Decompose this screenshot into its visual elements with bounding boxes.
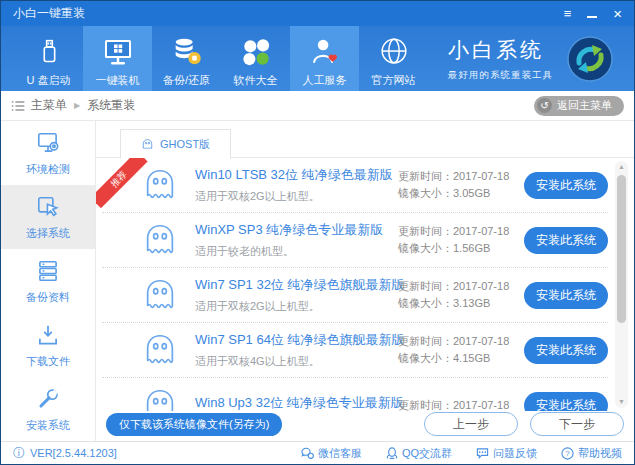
- next-step-button[interactable]: 下一步: [530, 412, 624, 436]
- undo-arrow-icon: ↺: [537, 98, 552, 113]
- help-video-link[interactable]: ? 帮助视频: [561, 446, 622, 461]
- sidebar-item-select-system[interactable]: 选择系统: [1, 185, 95, 249]
- update-label: 更新时间：: [398, 170, 453, 182]
- size-label: 镜像大小：: [398, 242, 453, 254]
- swirl-arrows-logo-icon: [567, 36, 613, 82]
- os-title[interactable]: Win10 LTSB 32位 纯净绿色最新版: [195, 166, 398, 184]
- cursor-select-icon: [35, 194, 61, 220]
- os-subtitle: 适用于双核2G以上机型。: [195, 189, 398, 204]
- feedback-bubble-icon: [476, 447, 489, 460]
- feedback-link[interactable]: 问题反馈: [476, 446, 537, 461]
- size-label: 镜像大小：: [398, 297, 453, 309]
- brand-block: 小白系统 最好用的系统重装工具: [448, 26, 553, 91]
- scroll-down-icon[interactable]: ▼: [618, 396, 625, 408]
- nav-item-one-key-install[interactable]: 一键装机: [83, 26, 152, 91]
- window-title: 小白一键重装: [13, 5, 85, 22]
- install-system-button[interactable]: 安装此系统: [524, 337, 608, 364]
- content-area: 环境检测 选择系统: [1, 121, 634, 441]
- install-system-button[interactable]: 安装此系统: [524, 227, 608, 254]
- nav-item-usb-boot[interactable]: U 盘启动: [14, 26, 83, 91]
- version-info: ⓘ VER[2.5.44.1203]: [13, 447, 117, 459]
- svg-text:?: ?: [565, 449, 570, 458]
- usb-icon: [32, 34, 66, 70]
- update-label: 更新时间：: [398, 335, 453, 347]
- os-subtitle: 适用于较老的机型。: [195, 244, 398, 259]
- sidebar-item-env-check[interactable]: 环境检测: [1, 121, 95, 185]
- ghost-icon: [140, 276, 180, 314]
- sidebar-item-backup-data[interactable]: 备份资料: [1, 249, 95, 313]
- nav-label: 备份/还原: [163, 73, 210, 88]
- tab-row: GHOST版: [96, 121, 634, 158]
- qq-icon: [386, 447, 398, 460]
- top-navigation: U 盘启动 一键装机: [1, 26, 634, 91]
- nav-item-backup-restore[interactable]: 备份/还原: [152, 26, 221, 91]
- os-text: Win7 SP1 64位 纯净绿色旗舰最新版 适用于双核4G以上机型。: [195, 331, 398, 369]
- sidebar-item-label: 选择系统: [26, 226, 70, 241]
- close-icon[interactable]: ×: [613, 6, 622, 21]
- nav-item-software[interactable]: 软件大全: [221, 26, 290, 91]
- minimize-icon[interactable]: [587, 10, 597, 18]
- backup-restore-icon: [170, 34, 204, 70]
- wechat-support-link[interactable]: 微信客服: [301, 446, 362, 461]
- footer-link-label: 微信客服: [318, 446, 362, 461]
- breadcrumb-root[interactable]: 主菜单: [31, 97, 67, 114]
- os-title[interactable]: Win8 Up3 32位 纯净绿色专业最新版: [195, 394, 398, 412]
- nav-label: 人工服务: [303, 73, 347, 88]
- footer-link-label: QQ交流群: [402, 446, 452, 461]
- main-panel: GHOST版 推荐 Win10 LTSB 32位 纯净绿色最新版 适用于双核2G…: [96, 121, 634, 441]
- status-bar: ⓘ VER[2.5.44.1203] 微信客服 QQ交流群: [1, 441, 634, 464]
- globe-icon: [377, 34, 411, 70]
- update-value: 2017-07-18: [453, 335, 509, 347]
- os-row-win7-sp1-64[interactable]: Win7 SP1 64位 纯净绿色旗舰最新版 适用于双核4G以上机型。 更新时间…: [102, 323, 608, 378]
- nav-label: 软件大全: [234, 73, 278, 88]
- brand-name: 小白系统: [448, 36, 553, 64]
- sidebar-item-label: 备份资料: [26, 290, 70, 305]
- scroll-up-icon[interactable]: ▲: [618, 161, 625, 173]
- os-row-win10-ltsb-32[interactable]: 推荐 Win10 LTSB 32位 纯净绿色最新版 适用于双核2G以上机型。 更…: [102, 158, 608, 213]
- vertical-scrollbar[interactable]: ▲ ▼: [615, 161, 628, 408]
- breadcrumb-bar: 主菜单 ▶ 系统重装 ↺ 返回主菜单: [1, 91, 634, 121]
- support-person-icon: [308, 34, 342, 70]
- app-window: 小白一键重装 ≡ × U 盘启动: [0, 0, 635, 465]
- install-system-button[interactable]: 安装此系统: [524, 282, 608, 309]
- os-row-win7-sp1-32[interactable]: Win7 SP1 32位 纯净绿色旗舰最新版 适用于双核2G以上机型。 更新时间…: [102, 268, 608, 323]
- sidebar-item-download-files[interactable]: 下载文件: [1, 313, 95, 377]
- install-system-button[interactable]: 安装此系统: [524, 392, 608, 412]
- os-title[interactable]: Win7 SP1 32位 纯净绿色旗舰最新版: [195, 276, 398, 294]
- download-image-only-button[interactable]: 仅下载该系统镜像文件(另存为): [106, 413, 282, 436]
- os-title[interactable]: Win7 SP1 64位 纯净绿色旗舰最新版: [195, 331, 398, 349]
- info-icon: ⓘ: [13, 447, 25, 459]
- help-question-icon: ?: [561, 447, 574, 460]
- qq-group-link[interactable]: QQ交流群: [386, 446, 452, 461]
- apps-clover-icon: [239, 34, 273, 70]
- nav-item-support[interactable]: 人工服务: [290, 26, 359, 91]
- size-value: 4.15GB: [453, 352, 490, 364]
- menu-icon[interactable]: ≡: [564, 7, 572, 20]
- download-icon: [35, 322, 61, 348]
- update-value: 2017-07-18: [453, 225, 509, 237]
- sidebar-item-install-system[interactable]: 安装系统: [1, 377, 95, 441]
- os-row-winxp-sp3[interactable]: WinXP SP3 纯净绿色专业最新版 适用于较老的机型。 更新时间：2017-…: [102, 213, 608, 268]
- update-value: 2017-07-18: [453, 170, 509, 182]
- os-subtitle: 适用于双核4G以上机型。: [195, 354, 398, 369]
- footer-link-label: 问题反馈: [493, 446, 537, 461]
- nav-label: U 盘启动: [27, 73, 71, 88]
- sidebar-item-label: 下载文件: [26, 354, 70, 369]
- size-value: 1.56GB: [453, 242, 490, 254]
- tab-label: GHOST版: [160, 137, 210, 152]
- title-bar: 小白一键重装 ≡ ×: [1, 1, 634, 26]
- install-system-button[interactable]: 安装此系统: [524, 172, 608, 199]
- tab-ghost-edition[interactable]: GHOST版: [120, 129, 231, 159]
- ghost-icon: [140, 221, 180, 259]
- breadcrumb-separator-icon: ▶: [74, 101, 80, 110]
- os-row-win8-up3-32[interactable]: Win8 Up3 32位 纯净绿色专业最新版 更新时间：2017-07-18 安…: [102, 378, 608, 411]
- size-label: 镜像大小：: [398, 352, 453, 364]
- server-stack-icon: [35, 258, 61, 284]
- ghost-icon: [140, 166, 180, 204]
- os-title[interactable]: WinXP SP3 纯净绿色专业最新版: [195, 221, 398, 239]
- previous-step-button[interactable]: 上一步: [424, 412, 518, 436]
- back-to-main-menu-button[interactable]: ↺ 返回主菜单: [534, 96, 624, 116]
- nav-item-website[interactable]: 官方网站: [359, 26, 428, 91]
- wrench-icon: [35, 386, 61, 412]
- scrollbar-thumb[interactable]: [617, 175, 626, 323]
